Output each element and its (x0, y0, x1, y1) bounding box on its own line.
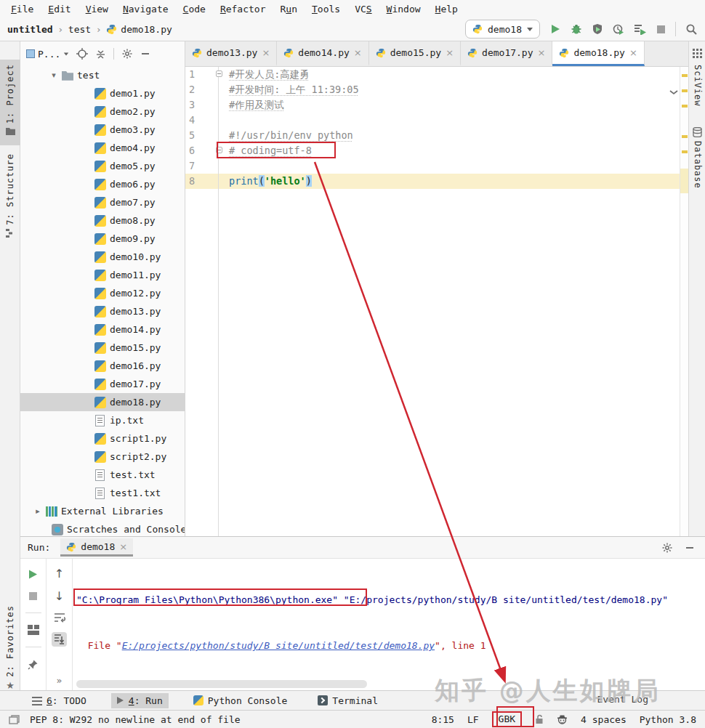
sidebar-item-favorites[interactable]: 2: Favorites ★ (0, 601, 20, 695)
line-number[interactable]: 4 (185, 113, 214, 128)
menu-item[interactable]: Code (177, 2, 212, 16)
caret-position[interactable]: 8:15 (432, 714, 454, 725)
tree-item[interactable]: demo16.py (20, 357, 185, 375)
tool-window-toggle-icon[interactable] (9, 715, 20, 724)
tree-item[interactable]: demo13.py (20, 302, 185, 320)
breadcrumb-folder[interactable]: test (68, 24, 91, 35)
profiler-button[interactable] (613, 23, 624, 35)
status-message[interactable]: PEP 8: W292 no newline at end of file (30, 714, 241, 725)
sidebar-item-structure[interactable]: 7: Structure (0, 149, 20, 240)
tool-window-button[interactable]: 4: Run (111, 693, 169, 708)
tree-item[interactable]: demo5.py (20, 157, 185, 175)
tree-item[interactable]: demo10.py (20, 248, 185, 266)
line-number[interactable]: 5 (185, 128, 214, 143)
up-stack-trace-icon[interactable]: ↑ (55, 567, 64, 581)
menu-item[interactable]: Edit (41, 2, 77, 16)
close-tab-icon[interactable]: × (119, 541, 127, 552)
warning-stripe-mark[interactable] (682, 135, 688, 138)
editor-tab[interactable]: demo13.py × (185, 41, 277, 66)
tree-item[interactable]: demo15.py (20, 339, 185, 357)
tree-item[interactable]: ▾ test (20, 66, 185, 84)
menu-item[interactable]: Window (380, 2, 427, 16)
run-concurrency-button[interactable] (634, 23, 647, 35)
pin-icon[interactable] (28, 659, 39, 670)
fold-marker-icon[interactable] (216, 70, 222, 77)
tree-item[interactable]: script1.py (20, 429, 185, 448)
gear-icon[interactable] (121, 48, 133, 60)
project-panel-title[interactable]: P... (26, 49, 69, 60)
line-number[interactable]: 7 (185, 158, 214, 174)
tool-window-button[interactable]: 6: TODO (26, 693, 92, 708)
inspections-profile-icon[interactable] (557, 714, 568, 724)
tree-item[interactable]: script2.py (20, 448, 185, 466)
menu-item[interactable]: View (79, 2, 115, 16)
menu-item[interactable]: Refactor (214, 2, 273, 16)
tree-item[interactable]: demo8.py (20, 211, 185, 230)
gear-icon[interactable] (661, 542, 673, 554)
menu-item[interactable]: Navigate (116, 2, 175, 16)
rerun-button[interactable] (28, 569, 39, 580)
run-console-tab[interactable]: demo18 × (60, 538, 133, 557)
restore-layout-icon[interactable] (28, 625, 39, 635)
tree-item[interactable]: demo14.py (20, 320, 185, 339)
warning-stripe-mark[interactable] (682, 74, 688, 77)
menu-item[interactable]: Tools (305, 2, 347, 16)
tree-item[interactable]: demo1.py (20, 84, 185, 102)
tree-item[interactable]: demo7.py (20, 193, 185, 211)
tree-item[interactable]: demo12.py (20, 284, 185, 302)
lock-icon[interactable] (535, 714, 544, 724)
collapse-all-icon[interactable] (95, 49, 106, 60)
tree-item[interactable]: demo6.py (20, 175, 185, 193)
menu-item[interactable]: VCS (348, 2, 378, 16)
menu-item[interactable]: Help (429, 2, 464, 16)
menu-item[interactable]: File (4, 2, 40, 16)
close-tab-icon[interactable]: × (262, 47, 270, 58)
code-editor[interactable]: 1 #开发人员:高建勇 2 #开发时间: 上午 11:39:05 3 #作用及测… (185, 67, 688, 536)
breadcrumb-project[interactable]: untitled (7, 24, 53, 35)
tool-window-button[interactable]: Python Console (188, 693, 294, 708)
run-configuration-select[interactable]: demo18 (465, 20, 540, 39)
line-separator[interactable]: LF (467, 714, 479, 725)
sidebar-item-database[interactable]: Database (689, 127, 705, 189)
warning-stripe-mark[interactable] (682, 105, 688, 108)
tree-item[interactable]: ▸ External Libraries (20, 502, 185, 520)
breadcrumb-file[interactable]: demo18.py (121, 24, 172, 35)
tree-item[interactable]: demo18.py (20, 393, 185, 411)
tool-window-grid-icon[interactable] (693, 49, 702, 58)
editor-error-stripe[interactable] (680, 67, 688, 536)
console-horizontal-scrollbar[interactable] (76, 680, 367, 688)
close-tab-icon[interactable]: × (629, 47, 637, 58)
sidebar-item-project[interactable]: 1: Project (0, 60, 20, 145)
soft-wrap-icon[interactable] (54, 612, 65, 623)
tree-item[interactable]: test.txt (20, 466, 185, 484)
indent-setting[interactable]: 4 spaces (581, 714, 627, 725)
hide-panel-icon[interactable] (685, 543, 695, 553)
tree-item[interactable]: demo9.py (20, 230, 185, 248)
console-file-link[interactable]: E:/projects/python/study/B site/untitled… (122, 640, 435, 651)
debug-button[interactable] (571, 23, 582, 35)
run-button[interactable] (549, 23, 561, 35)
close-tab-icon[interactable]: × (354, 47, 362, 58)
tree-chevron-icon[interactable]: ▸ (33, 506, 42, 516)
line-number[interactable]: 6 (185, 143, 214, 158)
close-tab-icon[interactable]: × (446, 47, 454, 58)
tree-item[interactable]: demo11.py (20, 266, 185, 284)
tree-item[interactable]: demo2.py (20, 102, 185, 121)
editor-tab[interactable]: demo15.py × (369, 41, 461, 66)
line-number[interactable]: 1 (185, 67, 214, 82)
tree-item[interactable]: demo4.py (20, 139, 185, 157)
tree-item[interactable]: ip.txt (20, 411, 185, 429)
tree-item[interactable]: demo17.py (20, 375, 185, 393)
editor-tab[interactable]: demo14.py × (277, 41, 368, 66)
file-encoding[interactable]: GBK (492, 711, 522, 727)
fold-marker-icon[interactable] (216, 147, 222, 153)
close-tab-icon[interactable]: × (538, 47, 546, 58)
down-stack-trace-icon[interactable]: ↓ (55, 590, 64, 603)
line-number[interactable]: 3 (185, 97, 214, 113)
scroll-to-end-icon[interactable] (52, 632, 67, 647)
interpreter-setting[interactable]: Python 3.8 (640, 714, 696, 725)
warning-stripe-mark[interactable] (682, 150, 688, 153)
search-everywhere-icon[interactable] (685, 23, 698, 36)
editor-tab[interactable]: demo18.py × (552, 41, 644, 66)
tree-item[interactable]: test1.txt (20, 484, 185, 502)
